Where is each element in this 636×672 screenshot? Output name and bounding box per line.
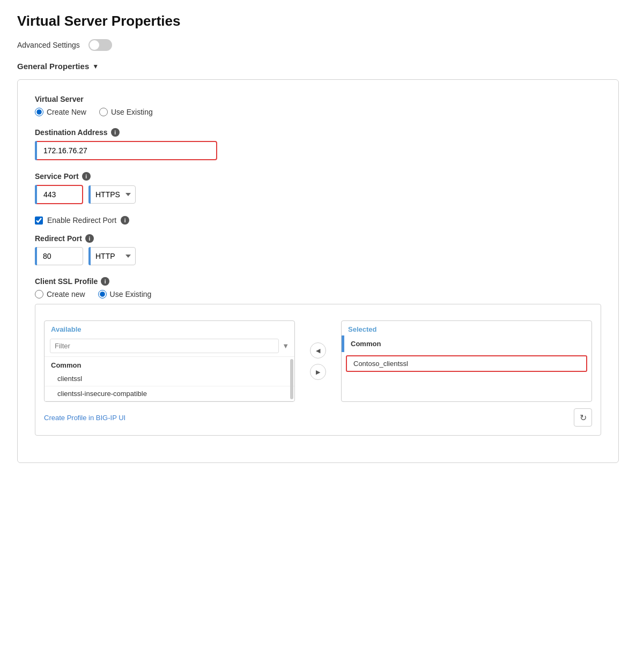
create-profile-link[interactable]: Create Profile in BIG-IP UI (44, 414, 125, 422)
general-properties-label: General Properties (17, 62, 89, 71)
advanced-settings-label: Advanced Settings (17, 41, 80, 49)
redirect-port-label: Redirect Port i (35, 234, 601, 243)
destination-address-label: Destination Address i (35, 128, 601, 137)
create-new-vs-radio[interactable] (35, 108, 43, 116)
service-port-input[interactable] (35, 185, 83, 204)
page-title: Virtual Server Properties (17, 13, 619, 29)
service-port-info-icon[interactable]: i (82, 172, 91, 181)
ssl-available-selected-card: Available ▼ Common clientssl clientssl-i… (35, 304, 601, 436)
client-ssl-radio-group: Create new Use Existing (35, 290, 601, 298)
available-list-area: Common clientssl clientssl-insecure-comp… (45, 357, 294, 401)
list-item[interactable]: clientssl-insecure-compatible (45, 386, 294, 401)
enable-redirect-port-row: Enable Redirect Port i (35, 216, 601, 225)
available-panel-label: Available (45, 321, 294, 335)
move-right-button[interactable]: ▶ (310, 364, 326, 380)
use-existing-vs-label: Use Existing (111, 108, 153, 116)
client-ssl-profile-label: Client SSL Profile i (35, 277, 601, 286)
enable-redirect-port-checkbox[interactable] (35, 216, 43, 225)
use-existing-vs-option[interactable]: Use Existing (99, 108, 153, 116)
selected-item[interactable]: Contoso_clientssl (346, 355, 587, 372)
client-ssl-profile-info-icon[interactable]: i (101, 277, 109, 286)
redirect-port-input[interactable] (35, 247, 83, 265)
selected-group-header: Common (342, 335, 591, 352)
selected-group-common-label: Common (344, 335, 591, 352)
service-protocol-select[interactable]: HTTPS HTTP TCP UDP (88, 185, 136, 204)
refresh-button[interactable]: ↻ (574, 408, 592, 427)
redirect-protocol-select[interactable]: HTTP HTTPS TCP (88, 247, 136, 265)
create-new-vs-option[interactable]: Create New (35, 108, 86, 116)
create-new-ssl-option[interactable]: Create new (35, 290, 85, 298)
general-properties-header[interactable]: General Properties ▼ (17, 62, 619, 71)
enable-redirect-port-label: Enable Redirect Port (47, 216, 116, 225)
selected-panel-label: Selected (342, 321, 591, 335)
general-properties-card: Virtual Server Create New Use Existing D… (17, 79, 619, 463)
redirect-protocol-select-wrapper: HTTP HTTPS TCP (88, 247, 136, 265)
service-port-input-wrapper (35, 185, 83, 204)
selected-panel: Selected Common Contoso_clientssl (341, 320, 592, 402)
create-new-ssl-radio[interactable] (35, 290, 43, 298)
general-properties-chevron: ▼ (92, 63, 99, 70)
redirect-port-group: Redirect Port i HTTP HTTPS TCP (35, 234, 601, 265)
service-port-label: Service Port i (35, 172, 601, 181)
create-new-ssl-label: Create new (47, 290, 85, 298)
bottom-row: Create Profile in BIG-IP UI ↻ (44, 408, 592, 427)
arrow-buttons-container: ◀ ▶ (306, 320, 330, 402)
virtual-server-group: Virtual Server Create New Use Existing (35, 95, 601, 116)
scrollbar (290, 359, 293, 399)
redirect-port-info-icon[interactable]: i (85, 234, 94, 243)
service-port-row: HTTPS HTTP TCP UDP (35, 185, 601, 204)
ssl-available-selected-container: Available ▼ Common clientssl clientssl-i… (44, 320, 592, 402)
move-left-button[interactable]: ◀ (310, 342, 326, 359)
use-existing-ssl-radio[interactable] (98, 290, 107, 298)
virtual-server-label: Virtual Server (35, 95, 601, 103)
enable-redirect-port-info-icon[interactable]: i (121, 216, 129, 225)
available-group-common: Common (45, 357, 294, 371)
destination-address-info-icon[interactable]: i (111, 128, 120, 137)
service-protocol-select-wrapper: HTTPS HTTP TCP UDP (88, 185, 136, 204)
destination-address-input[interactable] (35, 141, 217, 160)
destination-address-input-wrapper (35, 141, 217, 160)
filter-row: ▼ (45, 335, 294, 357)
available-panel: Available ▼ Common clientssl clientssl-i… (44, 320, 295, 402)
redirect-port-row: HTTP HTTPS TCP (35, 247, 601, 265)
filter-funnel-icon: ▼ (282, 342, 289, 350)
list-item[interactable]: clientssl (45, 371, 294, 386)
redirect-port-input-wrapper (35, 247, 83, 265)
create-new-vs-label: Create New (47, 108, 86, 116)
use-existing-ssl-label: Use Existing (110, 290, 152, 298)
virtual-server-radio-group: Create New Use Existing (35, 108, 601, 116)
filter-input[interactable] (50, 339, 279, 353)
service-port-group: Service Port i HTTPS HTTP TCP UDP (35, 172, 601, 204)
use-existing-ssl-option[interactable]: Use Existing (98, 290, 152, 298)
destination-address-group: Destination Address i (35, 128, 601, 160)
use-existing-vs-radio[interactable] (99, 108, 108, 116)
advanced-settings-toggle[interactable] (88, 39, 112, 51)
client-ssl-profile-group: Client SSL Profile i Create new Use Exis… (35, 277, 601, 436)
